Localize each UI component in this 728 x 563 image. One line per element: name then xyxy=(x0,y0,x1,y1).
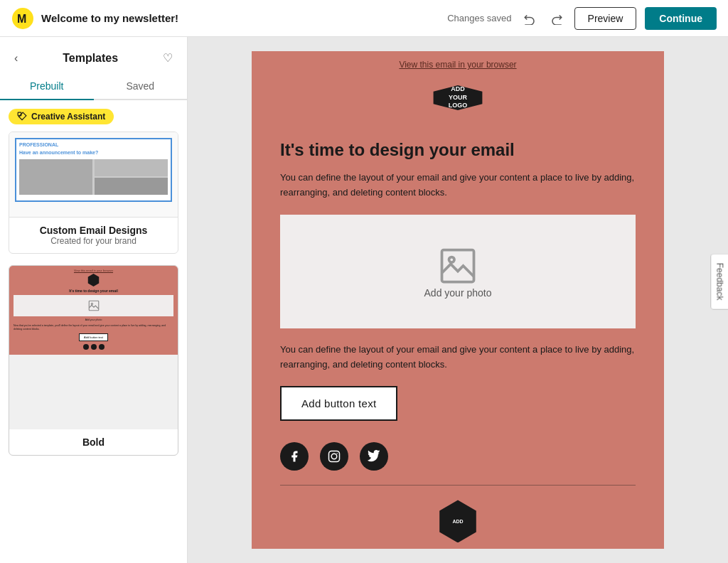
email-heading: It's time to design your email xyxy=(280,139,636,161)
undo-icon xyxy=(523,12,536,25)
email-logo-text: ADDYOURLOGO xyxy=(449,85,468,110)
topbar-right: Changes saved Preview Continue xyxy=(447,7,717,30)
svg-point-6 xyxy=(449,257,455,262)
social-icons xyxy=(280,442,636,471)
svg-rect-3 xyxy=(89,301,99,311)
template-card-bold[interactable]: View this email in your browser It's tim… xyxy=(9,265,178,456)
topbar: M Welcome to my newsletter! Changes save… xyxy=(0,0,728,37)
twitter-icon-button[interactable] xyxy=(360,442,388,471)
redo-icon xyxy=(550,12,563,25)
email-image-block[interactable]: Add your photo xyxy=(280,215,636,328)
bold-card-name: Bold xyxy=(18,436,169,448)
email-para-2: You can define the layout of your email … xyxy=(280,343,636,372)
creative-badge-label: Creative Assistant xyxy=(31,112,105,122)
undo-button[interactable] xyxy=(520,9,539,28)
redo-button[interactable] xyxy=(547,9,566,28)
email-body: It's time to design your email You can d… xyxy=(252,124,664,542)
bold-card-info: Bold xyxy=(9,429,178,455)
email-divider xyxy=(280,485,636,486)
page-title: Welcome to my newsletter! xyxy=(41,12,178,24)
svg-text:M: M xyxy=(17,13,26,25)
main-layout: ‹ Templates ♡ Prebuilt Saved Creative As… xyxy=(0,37,728,563)
svg-rect-5 xyxy=(442,250,474,282)
template-card-sub: Created for your brand xyxy=(18,236,169,246)
topbar-left: M Welcome to my newsletter! xyxy=(11,7,178,30)
sidebar: ‹ Templates ♡ Prebuilt Saved Creative As… xyxy=(0,37,188,563)
sidebar-heart-button[interactable]: ♡ xyxy=(160,48,176,68)
facebook-icon xyxy=(288,450,301,463)
email-browser-link[interactable]: View this email in your browser xyxy=(390,51,525,78)
feedback-tab[interactable]: Feedback xyxy=(711,254,728,310)
sidebar-title: Templates xyxy=(63,52,118,65)
sidebar-tabs: Prebuilt Saved xyxy=(0,73,187,100)
email-add-photo-label: Add your photo xyxy=(424,287,492,299)
facebook-icon-button[interactable] xyxy=(280,442,309,471)
twitter-icon xyxy=(368,450,380,463)
svg-point-4 xyxy=(91,303,92,304)
svg-point-9 xyxy=(336,454,338,455)
email-cta-button[interactable]: Add button text xyxy=(280,386,397,421)
template-card-preview: PROFESSIONAL Have an announcement to mak… xyxy=(9,132,178,218)
svg-point-8 xyxy=(331,454,337,460)
tab-prebuilt[interactable]: Prebuilt xyxy=(0,73,94,100)
template-card-info: Custom Email Designs Created for your br… xyxy=(9,218,178,253)
template-card-professional[interactable]: PROFESSIONAL Have an announcement to mak… xyxy=(9,132,178,254)
svg-rect-7 xyxy=(329,451,340,462)
wand-icon xyxy=(17,112,27,122)
email-preview: View this email in your browser ADDYOURL… xyxy=(252,51,664,549)
instagram-icon-button[interactable] xyxy=(320,442,348,471)
email-bottom-logo-text: ADD xyxy=(452,518,463,525)
instagram-icon xyxy=(328,450,341,463)
email-logo-hex[interactable]: ADDYOURLOGO xyxy=(429,85,486,110)
continue-button[interactable]: Continue xyxy=(645,7,717,30)
creative-assistant-badge[interactable]: Creative Assistant xyxy=(9,109,114,124)
changes-saved-status: Changes saved xyxy=(447,13,511,23)
sidebar-header: ‹ Templates ♡ xyxy=(0,37,187,73)
preview-button[interactable]: Preview xyxy=(574,7,637,30)
content-area: View this email in your browser ADDYOURL… xyxy=(188,37,728,563)
email-para-1: You can define the layout of your email … xyxy=(280,171,636,200)
tab-saved[interactable]: Saved xyxy=(94,73,188,100)
email-bottom-logo[interactable]: ADD xyxy=(437,500,479,542)
sidebar-back-button[interactable]: ‹ xyxy=(11,49,21,68)
template-card-name: Custom Email Designs xyxy=(18,225,169,236)
mailchimp-logo-icon: M xyxy=(11,7,34,30)
photo-placeholder-icon xyxy=(437,245,479,287)
bold-card-preview: View this email in your browser It's tim… xyxy=(9,266,178,429)
